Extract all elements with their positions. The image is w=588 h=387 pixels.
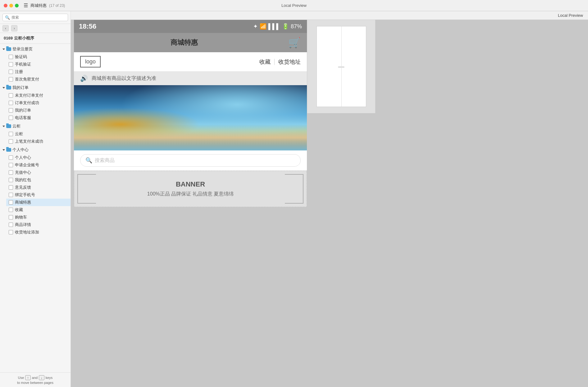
hint-and: and: [32, 376, 38, 380]
signal-icon: ▌▌▌: [268, 23, 280, 30]
sidebar-item-mall-deals[interactable]: 商城特惠: [6, 199, 71, 206]
tree-group-profile-header[interactable]: 个人中心: [0, 146, 71, 154]
group-label: 登录注册页: [12, 46, 33, 52]
sidebar-item-feedback[interactable]: 意见反馈: [6, 184, 71, 191]
phone-product-banner: BANNER 100%正品 品牌保证 礼品情意 夏意绵绵: [74, 171, 307, 207]
folder-icon: [6, 86, 11, 90]
sidebar-item-unpaid[interactable]: 未支付订单支付: [6, 92, 71, 99]
ocean-wave: [74, 126, 307, 150]
item-label: 我的红包: [15, 177, 31, 183]
close-button[interactable]: [4, 4, 7, 7]
phone-nav-title: 商城特惠: [171, 38, 198, 47]
sidebar-search-input[interactable]: [2, 14, 68, 21]
search-icon: 🔍: [5, 15, 10, 20]
sidebar-item-product-detail[interactable]: 商品详情: [6, 221, 71, 228]
tree-group-profile: 个人中心 个人中心 申请企业账号 充值中心: [0, 146, 71, 236]
phone-search-bar: 🔍 搜索商品: [74, 150, 307, 171]
cart-icon[interactable]: 🛒: [288, 37, 301, 48]
tree-group-cabinet-header[interactable]: 云柜: [0, 122, 71, 130]
page-icon: [9, 93, 13, 98]
sidebar-item-phone-service[interactable]: 电话客服: [6, 114, 71, 122]
item-label: 注册: [15, 69, 23, 75]
item-label: 申请企业账号: [15, 162, 39, 168]
notice-icon: 🔊: [80, 75, 88, 82]
collect-label[interactable]: 收藏: [259, 58, 271, 66]
triangle-icon: [2, 87, 5, 89]
sidebar-item-enterprise[interactable]: 申请企业账号: [6, 161, 71, 169]
title-bar: ☰ 商城特惠 (17 of 23) Local Preview: [0, 0, 588, 11]
phone-logo-bar: logo 收藏 收货地址: [74, 52, 307, 71]
sidebar-item-captcha[interactable]: 验证码: [6, 53, 71, 61]
folder-icon: [6, 47, 11, 51]
page-icon: [9, 178, 13, 182]
key-up-badge: ↑: [25, 375, 31, 380]
sidebar-item-address-add[interactable]: 收货地址添加: [6, 228, 71, 236]
nav-back-button[interactable]: ‹: [2, 25, 9, 31]
tree-group-orders-header[interactable]: 我的订单: [0, 84, 71, 92]
page-title: 商城特惠: [30, 3, 47, 8]
sidebar-item-my-orders[interactable]: 我的订单: [6, 107, 71, 114]
item-label: 意见反馈: [15, 185, 31, 190]
sidebar-item-cabinet[interactable]: 云柜: [6, 130, 71, 138]
item-label: 收藏: [15, 207, 23, 213]
preview-label: Local Preview: [281, 3, 307, 8]
hint-keys: keys: [46, 376, 53, 380]
page-icon: [9, 101, 13, 105]
sidebar-item-red-packet[interactable]: 我的红包: [6, 176, 71, 184]
sidebar-item-recharge[interactable]: 充值中心: [6, 169, 71, 176]
item-label: 电话客服: [15, 115, 31, 121]
item-label: 个人中心: [15, 155, 31, 160]
item-label: 我的订单: [15, 108, 31, 113]
sidebar-item-pay-failed[interactable]: 上笔支付未成功: [6, 138, 71, 145]
item-label: 验证码: [15, 54, 27, 60]
tree-group-login-header[interactable]: 登录注册页: [0, 45, 71, 53]
sidebar-item-register[interactable]: 注册: [6, 68, 71, 76]
sidebar-item-phone-verify[interactable]: 手机验证: [6, 61, 71, 68]
sidebar-tree: 登录注册页 验证码 手机验证 注册: [0, 44, 71, 372]
group-label: 个人中心: [12, 147, 29, 153]
hint-move: to move between pages: [4, 381, 67, 385]
right-panel: —: [307, 20, 375, 113]
page-icon: [9, 223, 13, 227]
item-label: 商品详情: [15, 222, 31, 228]
tree-group-orders: 我的订单 未支付订单支付 订单支付成功 我的订单: [0, 84, 71, 122]
status-icons: ✦ 📶 ▌▌▌ 🔋 87%: [253, 23, 302, 30]
page-icon: [9, 139, 13, 144]
key-up-label: ↑: [27, 376, 29, 380]
group-label: 我的订单: [12, 85, 29, 90]
item-label: 手机验证: [15, 62, 31, 67]
right-divider: [341, 26, 342, 107]
search-icon: 🔍: [85, 157, 92, 164]
sidebar-item-cart[interactable]: 购物车: [6, 214, 71, 221]
page-icon: [9, 185, 13, 190]
page-icon: [9, 62, 13, 67]
sidebar-item-collect[interactable]: 收藏: [6, 206, 71, 214]
triangle-icon: [2, 48, 5, 50]
search-input-container[interactable]: 🔍 搜索商品: [80, 154, 301, 167]
sidebar-item-pay-success[interactable]: 订单支付成功: [6, 99, 71, 107]
phone-status-bar: 18:56 ✦ 📶 ▌▌▌ 🔋 87%: [74, 20, 307, 33]
folder-icon: [6, 124, 11, 128]
minimize-button[interactable]: [9, 4, 13, 7]
preview-area: Local Preview 18:56 ✦ 📶 ▌▌▌ 🔋 87%: [71, 11, 588, 387]
page-icon: [9, 155, 13, 160]
banner-label: BANNER: [80, 180, 300, 188]
logo-actions: 收藏 收货地址: [259, 58, 301, 66]
address-label[interactable]: 收货地址: [278, 58, 301, 66]
sidebar-item-free-pay[interactable]: 首次免密支付: [6, 76, 71, 83]
key-down-label: ↓: [41, 376, 43, 380]
maximize-button[interactable]: [15, 4, 19, 7]
logo-box: logo: [80, 56, 101, 67]
sidebar-item-personal-center[interactable]: 个人中心: [6, 154, 71, 161]
page-count: (17 of 23): [49, 3, 65, 8]
item-label: 云柜: [15, 131, 23, 137]
item-label: 商城特惠: [15, 200, 31, 205]
key-down-badge: ↓: [39, 375, 44, 380]
notice-text: 商城所有商品以文字描述为准: [92, 75, 156, 82]
sidebar: 🔍 ‹ › 0169 云柜小程序 登录注册页 验证码: [0, 11, 71, 387]
nav-forward-button[interactable]: ›: [11, 25, 17, 31]
sidebar-item-bind-phone[interactable]: 绑定手机号: [6, 191, 71, 199]
tree-children-cabinet: 云柜 上笔支付未成功: [0, 130, 71, 145]
item-label: 绑定手机号: [15, 192, 35, 198]
page-icon: [9, 55, 13, 59]
